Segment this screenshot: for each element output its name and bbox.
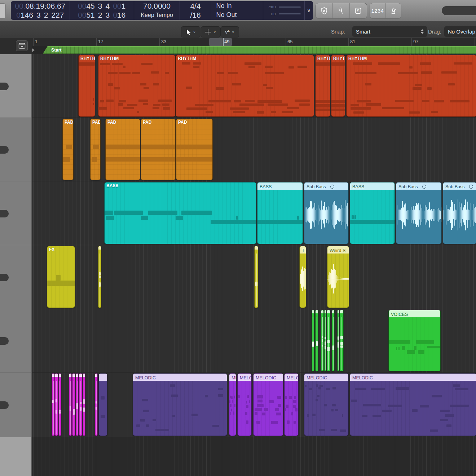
- metronome-button[interactable]: [385, 3, 401, 18]
- region-sub-bass[interactable]: Sub Bass: [443, 182, 476, 244]
- lcd-io-display[interactable]: No In No Out: [211, 1, 263, 20]
- master-volume-slider[interactable]: [442, 6, 476, 15]
- region-melodic[interactable]: MELODIC: [253, 373, 283, 436]
- region-audio[interactable]: [58, 373, 61, 436]
- region-bass[interactable]: BASS: [104, 182, 256, 244]
- track-header[interactable]: [0, 181, 31, 245]
- midi-note: [144, 87, 149, 89]
- snap-dropdown[interactable]: Smart: [352, 26, 427, 37]
- track-header-control-pill: [0, 337, 9, 345]
- time-signature[interactable]: 4/4: [180, 1, 211, 10]
- command-click-tool-button[interactable]: ∨: [201, 26, 220, 38]
- region-bass[interactable]: BASS: [350, 182, 395, 244]
- tempo-mode[interactable]: Keep Tempo: [134, 10, 180, 19]
- region-melodic[interactable]: MELODIC: [229, 373, 236, 436]
- count-in-button[interactable]: 1234: [370, 3, 385, 18]
- region-audio[interactable]: [72, 373, 75, 436]
- region-sub-bass[interactable]: Sub Bass: [396, 182, 442, 244]
- waveform-bar: [338, 208, 339, 221]
- region-audio[interactable]: [52, 373, 55, 436]
- region-audio[interactable]: [55, 373, 58, 436]
- region-weird-s[interactable]: Weird S: [327, 246, 349, 308]
- waveform-blob: [327, 340, 330, 343]
- division[interactable]: /16: [180, 10, 211, 19]
- performance-meters[interactable]: CPU HD: [263, 1, 304, 20]
- midi-note: [351, 104, 360, 106]
- track-header[interactable]: [0, 118, 31, 181]
- region-body: [79, 377, 82, 436]
- tempo-value[interactable]: 70.0000: [134, 1, 180, 10]
- region-melodic[interactable]: MELODIC: [237, 373, 252, 436]
- region-header: MELODIC: [304, 374, 348, 381]
- third-tool-button[interactable]: ✂ ∨: [220, 26, 239, 38]
- region-rhythm[interactable]: RHYTHM: [78, 55, 95, 117]
- drag-dropdown[interactable]: No Overlap: [444, 26, 476, 37]
- track-header-config-button[interactable]: [16, 40, 28, 51]
- region-melodic[interactable]: MELODIC: [284, 373, 299, 436]
- region-melodic[interactable]: MELODIC: [304, 373, 349, 436]
- region-audio[interactable]: [98, 373, 107, 436]
- region-fx[interactable]: FX: [47, 246, 75, 308]
- region-audio[interactable]: [83, 373, 85, 436]
- region-melodic[interactable]: MELODIC: [350, 373, 476, 436]
- lcd-locators-display[interactable]: 004534001005123016: [70, 1, 134, 20]
- tuner-button[interactable]: [332, 3, 349, 18]
- region-rhythm[interactable]: RHYTHM: [346, 55, 476, 117]
- region-audio[interactable]: [79, 373, 82, 436]
- region-audio[interactable]: [327, 310, 330, 371]
- region-audio[interactable]: [69, 373, 72, 436]
- region-bass[interactable]: BASS: [257, 182, 303, 244]
- region-t[interactable]: T: [299, 246, 306, 308]
- track-header[interactable]: [0, 309, 31, 373]
- global-tracks-disclosure-icon[interactable]: [32, 48, 35, 52]
- region-voices[interactable]: VOICES: [388, 310, 441, 371]
- waveform-bar: [433, 209, 434, 221]
- start-marker[interactable]: Start: [43, 46, 476, 54]
- region-pad[interactable]: PAD: [105, 119, 140, 180]
- region-audio[interactable]: [324, 310, 326, 371]
- region-audio[interactable]: [332, 310, 335, 371]
- region-audio[interactable]: [95, 373, 98, 436]
- region-name: BASS: [352, 184, 364, 189]
- region-audio[interactable]: [340, 310, 344, 371]
- region-melodic[interactable]: MELODIC: [133, 373, 227, 436]
- lcd-display[interactable]: 00:08:19:06.67014632227 0045340010051230…: [11, 1, 313, 20]
- region-rhythm[interactable]: RHYTHM: [176, 55, 314, 117]
- region-rhythm[interactable]: RHYTHM: [331, 55, 345, 117]
- region-audio[interactable]: [321, 310, 324, 371]
- waveform-bar: [319, 208, 319, 221]
- region-pad[interactable]: PAD: [62, 119, 74, 180]
- tuner-off-button[interactable]: [316, 3, 332, 18]
- region-pad[interactable]: PAD: [176, 119, 213, 180]
- waveform-bar: [449, 210, 450, 220]
- midi-note: [171, 395, 178, 397]
- left-click-tool-button[interactable]: ∨: [181, 26, 200, 38]
- control-bar-partial-button[interactable]: [0, 3, 6, 18]
- waveform-bar: [474, 208, 475, 221]
- solo-button[interactable]: S: [349, 3, 366, 18]
- region-audio[interactable]: [315, 310, 318, 371]
- region-rhythm[interactable]: RHYTHM: [315, 55, 330, 117]
- region-audio[interactable]: [76, 373, 79, 436]
- region-pad[interactable]: PAD: [141, 119, 176, 180]
- track-header-control-pill: [0, 401, 9, 409]
- lcd-signature-display[interactable]: 4/4 /16: [180, 1, 211, 20]
- arrange-area[interactable]: RHYTHMRHYTHMRHYTHMRHYTHMRHYTHMRHYTHMPADP…: [32, 54, 476, 476]
- region-audio[interactable]: [98, 246, 101, 308]
- region-sub-bass[interactable]: Sub Bass: [304, 182, 349, 244]
- track-header[interactable]: [0, 54, 31, 118]
- region-name: PAD: [178, 120, 187, 125]
- lcd-time-display[interactable]: 00:08:19:06.67014632227: [11, 1, 70, 20]
- waveform-bar: [402, 201, 403, 229]
- region-audio[interactable]: [312, 310, 314, 371]
- lcd-tempo-display[interactable]: 70.0000 Keep Tempo: [134, 1, 180, 20]
- region-pad[interactable]: PAD: [90, 119, 101, 180]
- lcd-chevron-icon[interactable]: ∨: [304, 1, 313, 20]
- region-audio[interactable]: [254, 246, 258, 308]
- region-audio[interactable]: [337, 310, 339, 371]
- bar-ruler[interactable]: 1173349658197113: [32, 38, 476, 47]
- track-header[interactable]: [0, 373, 31, 437]
- midi-note: [153, 107, 160, 109]
- region-rhythm[interactable]: RHYTHM: [98, 55, 176, 117]
- track-header[interactable]: [0, 245, 31, 309]
